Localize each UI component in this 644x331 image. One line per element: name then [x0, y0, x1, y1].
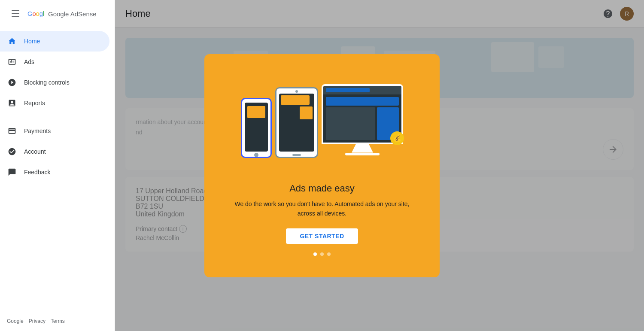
- desktop-titlebar: [323, 86, 401, 94]
- sidebar-item-ads[interactable]: Ads: [0, 52, 109, 72]
- tablet-ad-side: [300, 106, 313, 119]
- footer-google-link[interactable]: Google: [7, 318, 24, 324]
- account-icon: [7, 146, 17, 157]
- desktop-content: [323, 94, 401, 143]
- logo: Google Google AdSense: [27, 9, 97, 19]
- desktop-base: [345, 153, 380, 155]
- modal-overlay: 💰 Ads made easy We do the work so you do…: [115, 0, 644, 331]
- feedback-icon: [7, 167, 17, 177]
- sidebar-footer: Google Privacy Terms: [0, 311, 115, 331]
- footer-links: Google Privacy Terms: [7, 318, 108, 324]
- modal-description: We do the work so you don't have to. Aut…: [204, 199, 440, 219]
- sidebar-item-blocking-controls[interactable]: Blocking controls: [0, 72, 109, 93]
- phone-ad: [247, 106, 265, 118]
- sidebar-header: Google Google AdSense: [0, 0, 115, 27]
- phone-device: [241, 98, 272, 158]
- tablet-home-button: [292, 154, 301, 156]
- modal: 💰 Ads made easy We do the work so you do…: [204, 54, 440, 277]
- reports-icon: [7, 98, 17, 108]
- svg-text:Google: Google: [27, 10, 45, 17]
- modal-dot-1[interactable]: [313, 252, 317, 256]
- nav-separator: [0, 117, 115, 117]
- modal-dot-2[interactable]: [320, 252, 324, 256]
- blocking-icon: [7, 77, 17, 88]
- phone-screen: [245, 103, 268, 152]
- sidebar-item-account[interactable]: Account: [0, 141, 109, 162]
- monitor-badge: 💰: [390, 131, 404, 145]
- desktop-url-bar: [326, 88, 370, 92]
- ads-icon: [7, 57, 17, 67]
- main-content: Home R rmation about your acc: [115, 0, 644, 331]
- desktop-main-area: [326, 107, 375, 140]
- sidebar-item-account-label: Account: [24, 148, 46, 155]
- tablet-camera: [295, 90, 298, 93]
- tablet-device: [275, 87, 318, 158]
- home-icon: [7, 36, 17, 46]
- desktop-top-banner: [326, 97, 399, 106]
- desktop-side-layout: [326, 107, 399, 140]
- sidebar-item-feedback-label: Feedback: [24, 169, 50, 176]
- badge-icon: 💰: [393, 134, 401, 142]
- sidebar-item-payments[interactable]: Payments: [0, 121, 109, 141]
- payments-icon: [7, 126, 17, 136]
- google-logo-icon: Google: [27, 9, 45, 19]
- devices-illustration: 💰: [241, 76, 403, 161]
- footer-privacy-link[interactable]: Privacy: [29, 318, 46, 324]
- sidebar: Google Google AdSense Home Ads Blocking: [0, 0, 115, 331]
- footer-terms-link[interactable]: Terms: [51, 318, 65, 324]
- phone-home-bar: [242, 153, 270, 157]
- monitor-wrapper: 💰: [322, 84, 403, 144]
- sidebar-item-payments-label: Payments: [24, 128, 51, 134]
- menu-button[interactable]: [7, 5, 24, 22]
- sidebar-item-reports[interactable]: Reports: [0, 93, 109, 113]
- desktop-stand: [352, 144, 373, 153]
- phone-home-button: [254, 153, 258, 157]
- tablet-screen: [279, 94, 314, 152]
- sidebar-item-reports-label: Reports: [24, 100, 45, 106]
- sidebar-item-ads-label: Ads: [24, 58, 34, 65]
- modal-illustration: 💰: [204, 54, 440, 183]
- desktop-device: 💰: [322, 84, 403, 161]
- desktop-stand-assembly: [345, 144, 380, 155]
- get-started-button[interactable]: GET STARTED: [286, 228, 358, 244]
- sidebar-item-feedback[interactable]: Feedback: [0, 162, 109, 182]
- modal-title: Ads made easy: [272, 183, 372, 194]
- adsense-label: Google AdSense: [48, 10, 97, 18]
- sidebar-item-home[interactable]: Home: [0, 31, 109, 52]
- tablet-home-bar: [276, 153, 317, 157]
- sidebar-nav: Home Ads Blocking controls Reports: [0, 27, 115, 311]
- tablet-ad-top: [281, 95, 310, 105]
- sidebar-item-blocking-label: Blocking controls: [24, 79, 70, 86]
- modal-dots: [313, 252, 331, 256]
- modal-dot-3[interactable]: [327, 252, 331, 256]
- sidebar-item-home-label: Home: [24, 38, 40, 45]
